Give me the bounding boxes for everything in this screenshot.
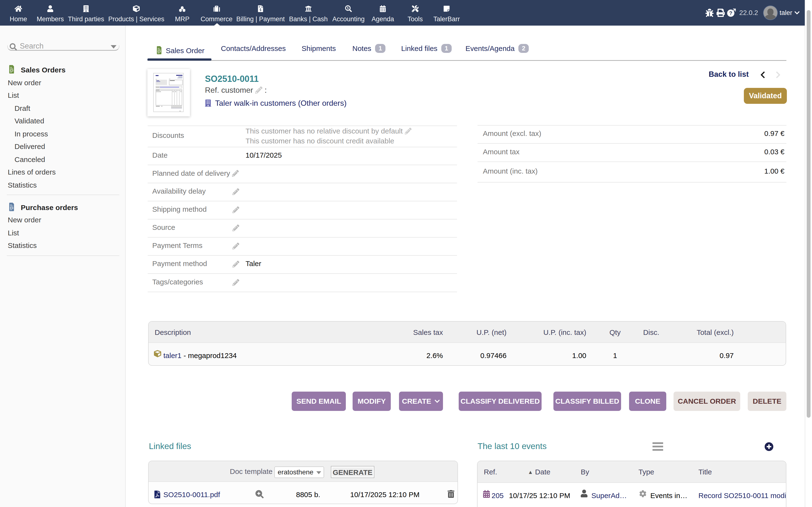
svg-text:?: ? xyxy=(729,10,732,16)
